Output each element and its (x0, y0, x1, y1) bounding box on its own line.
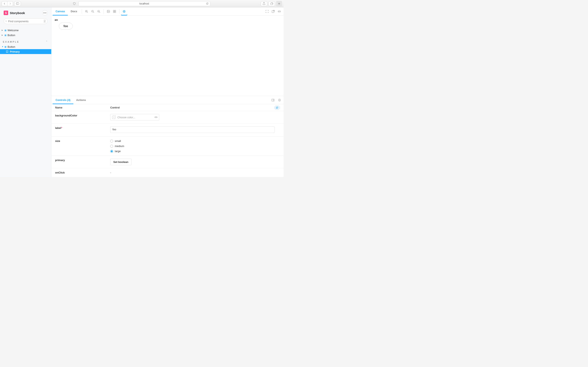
toolbar-separator (104, 9, 104, 14)
control-row-label: label* (52, 124, 284, 137)
svg-line-5 (7, 21, 7, 22)
tabs-button[interactable] (268, 1, 275, 6)
panel-orientation-icon[interactable] (270, 97, 276, 103)
control-name: label (55, 126, 61, 129)
search-field[interactable] (8, 20, 43, 23)
share-button[interactable] (261, 1, 267, 6)
close-panel-icon[interactable] (277, 97, 282, 103)
control-name: onClick (55, 171, 110, 174)
color-placeholder: Choose color... (117, 116, 135, 119)
tab-controls[interactable]: Controls (4) (53, 96, 73, 104)
color-swatch-icon (112, 115, 116, 119)
svg-point-13 (98, 10, 100, 12)
tab-docs[interactable]: Docs (68, 7, 80, 16)
storybook-title: Storybook (10, 11, 25, 15)
tab-canvas[interactable]: Canvas (53, 7, 68, 16)
zoom-in-icon[interactable] (84, 8, 90, 15)
locale-label: en (55, 18, 280, 21)
search-icon (6, 20, 7, 22)
new-tab-button[interactable] (276, 1, 282, 7)
radio-icon (110, 145, 113, 148)
control-row-onclick: onClick - (52, 168, 284, 177)
control-name: backgroundColor (55, 114, 110, 117)
sidebar: S Storybook ••• / ▶ ▦ Welcome ▶ ▦ Button… (0, 7, 52, 177)
svg-line-11 (93, 12, 94, 13)
svg-rect-17 (113, 10, 114, 11)
required-marker: * (61, 126, 62, 129)
svg-rect-19 (113, 12, 114, 13)
svg-rect-0 (16, 3, 19, 5)
color-mode-toggle-icon[interactable]: <> (155, 116, 157, 119)
control-row-primary: primary Set boolean (52, 156, 284, 168)
background-icon[interactable] (105, 8, 112, 15)
tab-actions[interactable]: Actions (73, 96, 89, 104)
main-panel: Canvas Docs (52, 7, 284, 177)
column-control-header: Control (110, 106, 274, 109)
reload-icon[interactable] (206, 2, 208, 5)
address-text: localhost (139, 2, 149, 5)
search-shortcut-badge: / (44, 20, 46, 23)
open-new-tab-icon[interactable] (270, 8, 276, 15)
svg-point-4 (6, 21, 7, 22)
svg-point-16 (108, 11, 108, 11)
sidebar-toggle-button[interactable] (14, 1, 21, 6)
sidebar-group-example[interactable]: EXAMPLE ⌃ (0, 38, 51, 44)
group-label: EXAMPLE (3, 41, 19, 43)
component-icon: ▦ (4, 29, 6, 31)
privacy-shield-icon[interactable] (71, 1, 77, 6)
story-label: Primary (10, 50, 20, 53)
component-icon: ▦ (4, 34, 6, 36)
forward-button[interactable] (7, 1, 13, 6)
sidebar-menu-button[interactable]: ••• (42, 10, 48, 16)
address-bar[interactable]: localhost (78, 1, 210, 6)
toolbar-separator (119, 9, 120, 14)
svg-rect-18 (115, 10, 116, 11)
set-boolean-button[interactable]: Set boolean (110, 159, 131, 165)
sidebar-item-welcome[interactable]: ▶ ▦ Welcome (0, 28, 51, 33)
control-row-size: size small medium large (52, 137, 284, 156)
preview-toolbar: Canvas Docs (52, 7, 284, 16)
copy-link-icon[interactable] (276, 8, 282, 15)
storybook-brand[interactable]: S Storybook (4, 11, 25, 15)
control-name: primary (55, 159, 110, 162)
component-icon: ▦ (4, 46, 6, 48)
svg-line-7 (87, 12, 88, 13)
canvas-preview: en foo (52, 16, 284, 96)
toolbar-separator (82, 9, 82, 14)
svg-rect-23 (272, 99, 274, 101)
zoom-out-icon[interactable] (90, 8, 96, 15)
sidebar-item-example-button[interactable]: ▼ ▦ Button (0, 44, 51, 49)
fullscreen-icon[interactable] (264, 8, 270, 15)
preview-button[interactable]: foo (59, 23, 73, 30)
sidebar-item-button[interactable]: ▶ ▦ Button (0, 33, 51, 38)
zoom-reset-icon[interactable] (96, 8, 102, 15)
bookmark-icon (6, 50, 8, 53)
grid-toggle-icon[interactable] (112, 8, 118, 15)
back-button[interactable] (2, 1, 7, 6)
collapse-icon[interactable]: ⌃ (46, 40, 48, 43)
chevron-down-icon: ▼ (2, 46, 3, 48)
search-input[interactable]: / (4, 18, 48, 24)
label-input[interactable] (110, 126, 275, 133)
svg-rect-3 (270, 3, 273, 5)
browser-chrome: localhost (0, 0, 284, 7)
size-option-small[interactable]: small (110, 140, 280, 142)
chevron-right-icon: ▶ (2, 29, 3, 31)
control-name: size (55, 140, 110, 142)
locale-icon[interactable] (121, 7, 127, 16)
control-row-backgroundcolor: backgroundColor Choose color... <> (52, 111, 284, 124)
radio-icon (110, 150, 113, 153)
addons-panel: Controls (4) Actions Name Control (52, 96, 284, 177)
reset-controls-button[interactable] (274, 106, 280, 110)
color-input[interactable]: Choose color... <> (110, 114, 159, 120)
chevron-right-icon: ▶ (2, 34, 3, 36)
svg-line-14 (99, 12, 100, 13)
size-option-large[interactable]: large (110, 150, 280, 153)
sidebar-story-primary[interactable]: Primary (0, 49, 51, 54)
onclick-value: - (110, 171, 111, 174)
size-option-medium[interactable]: medium (110, 145, 280, 148)
column-name-header: Name (55, 106, 110, 109)
radio-icon (110, 140, 113, 142)
svg-rect-20 (115, 12, 116, 13)
storybook-logo-icon: S (4, 11, 8, 15)
